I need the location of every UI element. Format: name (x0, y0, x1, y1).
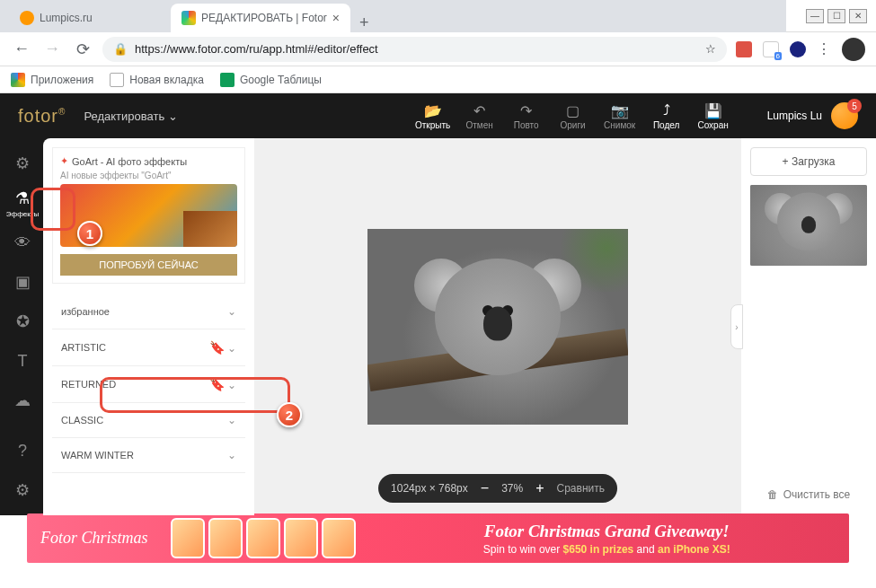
effect-label: избранное (61, 306, 110, 317)
undo-button[interactable]: ↶Отмен (462, 102, 498, 130)
ext-icon-2[interactable]: 6 (763, 41, 779, 57)
browser-avatar[interactable] (842, 38, 865, 61)
tool-label: Повто (514, 120, 539, 130)
zoom-bar: 1024px × 768px − 37% + Сравнить (378, 474, 617, 503)
effect-label: RETURNED (61, 379, 116, 390)
clear-all-button[interactable]: 🗑 Очистить все (750, 483, 867, 506)
rail-label: Эффекты (6, 210, 39, 218)
bookmarks-bar: Приложения Новая вкладка Google Таблицы (0, 66, 876, 93)
tool-label: Сохран (697, 120, 728, 130)
trash-icon: 🗑 (767, 488, 778, 501)
compare-button[interactable]: Сравнить (557, 482, 605, 495)
zoom-in-button[interactable]: + (535, 480, 544, 496)
rail-settings[interactable]: ⚙ (6, 474, 39, 506)
annotation-marker-2: 2 (277, 402, 302, 427)
banner-products (171, 518, 356, 558)
close-icon[interactable]: × (332, 11, 340, 25)
right-panel: + Загрузка 🗑 Очистить все (741, 138, 876, 515)
effect-classic[interactable]: CLASSIC ⌄ (52, 403, 245, 438)
promo-banner[interactable]: Fotor Christmas Fotor Christmas Grand Gi… (27, 513, 849, 563)
camera-icon: 📷 (611, 102, 629, 118)
save-button[interactable]: 💾Сохран (695, 102, 731, 130)
rail-cloud[interactable]: ☁ (6, 384, 39, 417)
ext-icon-1[interactable] (736, 41, 752, 57)
share-button[interactable]: ⤴Подел (649, 102, 685, 130)
rail-adjust[interactable]: ⚙ (6, 147, 39, 180)
annotation-marker-1: 1 (77, 221, 102, 246)
menu-icon[interactable]: ⋮ (817, 40, 831, 57)
user-area[interactable]: Lumpics Lu 5 (767, 102, 858, 129)
tab-title: РЕДАКТИРОВАТЬ | Fotor (201, 12, 327, 24)
apps-icon (11, 73, 25, 87)
thumbnail[interactable] (750, 185, 867, 266)
rail-help[interactable]: ? (6, 434, 39, 467)
close-button[interactable]: ✕ (849, 9, 867, 23)
product-image (171, 518, 205, 558)
tool-label: Снимок (604, 120, 635, 130)
banner-subtitle: Spin to win over $650 in prizes and an i… (365, 543, 849, 556)
chevron-down-icon: ⌄ (227, 449, 236, 461)
banner-text: Fotor Christmas Grand Giveaway! Spin to … (365, 522, 849, 556)
apps-button[interactable]: Приложения (11, 73, 93, 87)
try-now-button[interactable]: ПОПРОБУЙ СЕЙЧАС (60, 254, 237, 276)
tab-active[interactable]: РЕДАКТИРОВАТЬ | Fotor × (171, 4, 350, 32)
banner-left-text: Fotor Christmas (27, 529, 162, 548)
expand-handle[interactable]: › (730, 304, 743, 349)
original-button[interactable]: ▢Ориги (555, 102, 591, 130)
redo-icon: ↷ (520, 102, 532, 118)
save-icon: 💾 (704, 102, 722, 118)
reload-button[interactable]: ⟳ (72, 39, 93, 59)
rail-frames[interactable]: ▣ (6, 266, 39, 298)
original-icon: ▢ (566, 102, 580, 118)
upload-button[interactable]: + Загрузка (750, 147, 867, 176)
undo-icon: ↶ (473, 102, 485, 118)
tab-title: Lumpics.ru (40, 12, 93, 24)
rail-effects[interactable]: ⚗Эффекты (6, 187, 39, 219)
url-field[interactable]: 🔒 https://www.fotor.com/ru/app.html#/edi… (102, 37, 727, 62)
bookmark-sheets[interactable]: Google Таблицы (220, 73, 322, 87)
edit-dropdown[interactable]: Редактировать ⌄ (84, 110, 178, 123)
address-bar: ← → ⟳ 🔒 https://www.fotor.com/ru/app.htm… (0, 32, 876, 66)
snapshot-button[interactable]: 📷Снимок (602, 102, 638, 130)
canvas-area: 1024px × 768px − 37% + Сравнить › (254, 138, 741, 515)
star-icon: ✪ (16, 312, 30, 331)
tool-label: Открыть (415, 120, 450, 130)
bookmark-icon: 🔖 (209, 340, 225, 355)
goart-card[interactable]: ✦GoArt - AI фото эффекты AI новые эффект… (52, 147, 245, 284)
url-text: https://www.fotor.com/ru/app.html#/edito… (135, 42, 378, 56)
product-image (208, 518, 243, 558)
tool-label: Подел (653, 120, 679, 130)
ext-icon-3[interactable] (790, 41, 806, 57)
toolbar: 📂Открыть ↶Отмен ↷Повто ▢Ориги 📷Снимок ⤴П… (415, 102, 731, 130)
help-icon: ? (18, 442, 27, 461)
effect-favorites[interactable]: избранное ⌄ (52, 294, 245, 329)
bookmark-newtab[interactable]: Новая вкладка (110, 73, 204, 87)
lock-icon: 🔒 (113, 42, 128, 56)
main-image[interactable] (367, 229, 628, 425)
rail-text[interactable]: T (6, 345, 39, 377)
back-button[interactable]: ← (11, 39, 32, 58)
effect-artistic[interactable]: ARTISTIC 🔖 ⌄ (52, 329, 245, 366)
star-icon[interactable]: ☆ (705, 42, 716, 56)
favicon-lumpics (20, 11, 34, 25)
minimize-button[interactable]: — (806, 9, 824, 23)
maximize-button[interactable]: ☐ (827, 9, 845, 23)
chevron-down-icon: ⌄ (227, 414, 236, 426)
chevron-down-icon: ⌄ (227, 379, 236, 391)
username: Lumpics Lu (767, 110, 822, 122)
tool-label: Отмен (465, 120, 492, 130)
fotor-logo[interactable]: fotor® (18, 106, 66, 127)
effect-warm-winter[interactable]: WARM WINTER ⌄ (52, 438, 245, 473)
redo-button[interactable]: ↷Повто (509, 102, 544, 130)
flask-icon: ⚗ (15, 189, 30, 208)
forward-button[interactable]: → (41, 39, 63, 58)
zoom-out-button[interactable]: − (481, 480, 489, 496)
open-button[interactable]: 📂Открыть (415, 102, 451, 130)
chevron-down-icon: ⌄ (227, 305, 236, 318)
rail-stickers[interactable]: ✪ (6, 305, 39, 338)
rail-beauty[interactable]: 👁 (6, 226, 39, 259)
effect-label: WARM WINTER (61, 450, 134, 461)
effect-returned[interactable]: RETURNED 🔖 ⌄ (52, 366, 245, 403)
tab-inactive[interactable]: Lumpics.ru (9, 4, 171, 32)
new-tab-button[interactable]: + (350, 13, 378, 32)
